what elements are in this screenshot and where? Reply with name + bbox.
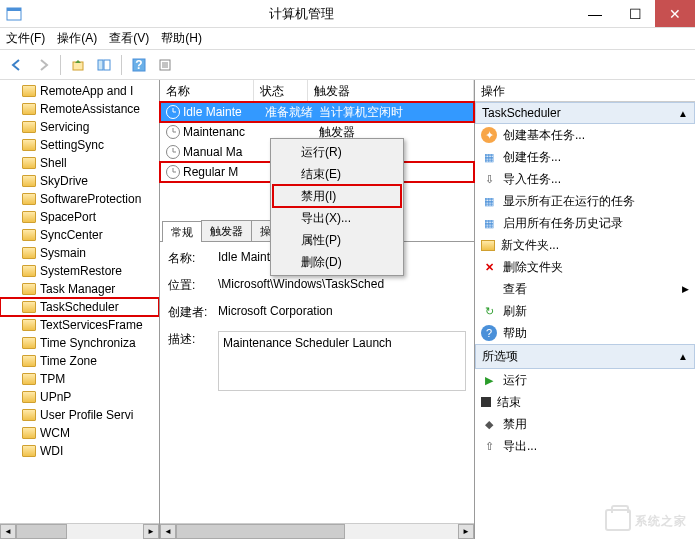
task-name: Maintenanc [183, 125, 265, 139]
tree-item[interactable]: Time Synchroniza [0, 334, 159, 352]
action-icon: ▦ [481, 193, 497, 209]
tree-item[interactable]: SettingSync [0, 136, 159, 154]
task-name: Regular M [183, 165, 265, 179]
action-item[interactable]: ↻刷新 [475, 300, 695, 322]
tab[interactable]: 触发器 [201, 220, 252, 241]
context-menu-item[interactable]: 结束(E) [273, 163, 401, 185]
task-row[interactable]: Idle Mainte准备就绪当计算机空闲时 [160, 102, 474, 122]
action-item[interactable]: ▦启用所有任务历史记录 [475, 212, 695, 234]
separator [60, 55, 61, 75]
scroll-right-button[interactable]: ► [143, 524, 159, 539]
action-label: 禁用 [503, 416, 527, 433]
center-pane: 名称 状态 触发器 Idle Mainte准备就绪当计算机空闲时Maintena… [160, 80, 475, 539]
svg-rect-4 [104, 60, 110, 70]
action-icon [481, 240, 495, 251]
back-button[interactable] [6, 54, 28, 76]
col-state[interactable]: 状态 [254, 80, 308, 101]
tree-item[interactable]: SkyDrive [0, 172, 159, 190]
context-menu-item[interactable]: 属性(P) [273, 229, 401, 251]
tab[interactable]: 常规 [162, 221, 202, 242]
action-icon: ⇩ [481, 171, 497, 187]
action-item[interactable]: ▶运行 [475, 369, 695, 391]
tree-item[interactable]: Servicing [0, 118, 159, 136]
tree-item[interactable]: SoftwareProtection [0, 190, 159, 208]
folder-icon [22, 409, 36, 421]
menu-view[interactable]: 查看(V) [109, 30, 149, 47]
maximize-button[interactable]: ☐ [615, 0, 655, 27]
tree-item[interactable]: Task Manager [0, 280, 159, 298]
tree-item[interactable]: WDI [0, 442, 159, 460]
task-list[interactable]: Idle Mainte准备就绪当计算机空闲时Maintenanc触发器Manua… [160, 102, 474, 220]
forward-button[interactable] [32, 54, 54, 76]
action-item[interactable]: ⇩导入任务... [475, 168, 695, 190]
action-item[interactable]: ✕删除文件夹 [475, 256, 695, 278]
action-label: 导出... [503, 438, 537, 455]
tree-item[interactable]: Shell [0, 154, 159, 172]
menu-file[interactable]: 文件(F) [6, 30, 45, 47]
tree-item[interactable]: WCM [0, 424, 159, 442]
folder-icon [22, 193, 36, 205]
menu-action[interactable]: 操作(A) [57, 30, 97, 47]
menu-help[interactable]: 帮助(H) [161, 30, 202, 47]
tree-item[interactable]: UPnP [0, 388, 159, 406]
scroll-left-button[interactable]: ◄ [0, 524, 16, 539]
scroll-thumb[interactable] [16, 524, 67, 539]
action-icon [481, 397, 491, 407]
action-icon [481, 281, 497, 297]
folder-icon [22, 283, 36, 295]
view-button[interactable] [93, 54, 115, 76]
action-item[interactable]: ?帮助 [475, 322, 695, 344]
tree-item[interactable]: User Profile Servi [0, 406, 159, 424]
action-label: 创建基本任务... [503, 127, 585, 144]
action-section-title[interactable]: 所选项▲ [475, 344, 695, 369]
action-icon: ↻ [481, 303, 497, 319]
context-menu-item[interactable]: 删除(D) [273, 251, 401, 273]
tree-item[interactable]: SystemRestore [0, 262, 159, 280]
action-label: 显示所有正在运行的任务 [503, 193, 635, 210]
action-item[interactable]: 查看▶ [475, 278, 695, 300]
tree-item-label: TPM [40, 372, 65, 386]
horizontal-scrollbar[interactable]: ◄ ► [0, 523, 159, 539]
folder-icon [22, 139, 36, 151]
menubar: 文件(F) 操作(A) 查看(V) 帮助(H) [0, 28, 695, 50]
col-name[interactable]: 名称 [160, 80, 254, 101]
folder-icon [22, 229, 36, 241]
tree-item-label: Time Zone [40, 354, 97, 368]
task-list-header: 名称 状态 触发器 [160, 80, 474, 102]
context-menu-item[interactable]: 导出(X)... [273, 207, 401, 229]
tree-item[interactable]: Sysmain [0, 244, 159, 262]
action-item[interactable]: ⇧导出... [475, 435, 695, 457]
tree-item-label: SkyDrive [40, 174, 88, 188]
action-item[interactable]: ▦显示所有正在运行的任务 [475, 190, 695, 212]
folder-icon [22, 319, 36, 331]
action-item[interactable]: ◆禁用 [475, 413, 695, 435]
action-label: 查看 [503, 281, 527, 298]
action-item[interactable]: 新文件夹... [475, 234, 695, 256]
tree-item[interactable]: TextServicesFrame [0, 316, 159, 334]
separator [121, 55, 122, 75]
tree-item[interactable]: SyncCenter [0, 226, 159, 244]
tree-item-label: Sysmain [40, 246, 86, 260]
tree-item[interactable]: TaskScheduler [0, 298, 159, 316]
action-item[interactable]: 结束 [475, 391, 695, 413]
context-menu-item[interactable]: 禁用(I) [273, 185, 401, 207]
action-section-title[interactable]: TaskScheduler▲ [475, 102, 695, 124]
desc-value[interactable]: Maintenance Scheduler Launch [218, 331, 466, 391]
action-item[interactable]: ✦创建基本任务... [475, 124, 695, 146]
action-item[interactable]: ▦创建任务... [475, 146, 695, 168]
tree-item[interactable]: Time Zone [0, 352, 159, 370]
context-menu-item[interactable]: 运行(R) [273, 141, 401, 163]
tree-item[interactable]: SpacePort [0, 208, 159, 226]
folder-tree[interactable]: RemoteApp and IRemoteAssistanceServicing… [0, 80, 159, 523]
col-trigger[interactable]: 触发器 [308, 80, 474, 101]
tree-item[interactable]: RemoteApp and I [0, 82, 159, 100]
tree-item-label: WCM [40, 426, 70, 440]
close-button[interactable]: ✕ [655, 0, 695, 27]
clock-icon [166, 145, 180, 159]
tree-item[interactable]: TPM [0, 370, 159, 388]
tree-item[interactable]: RemoteAssistance [0, 100, 159, 118]
up-button[interactable] [67, 54, 89, 76]
refresh-button[interactable] [154, 54, 176, 76]
help-button[interactable]: ? [128, 54, 150, 76]
minimize-button[interactable]: — [575, 0, 615, 27]
